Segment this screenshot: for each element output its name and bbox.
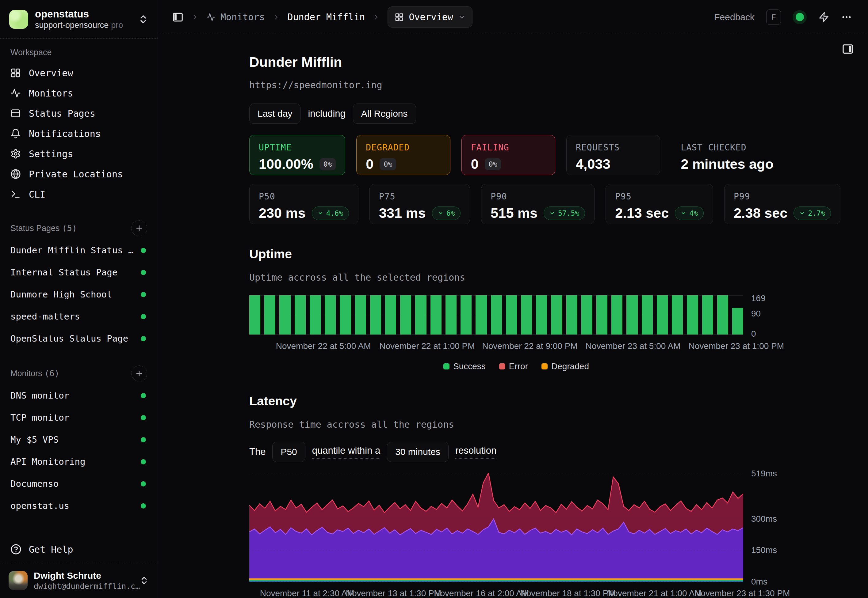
system-status-indicator[interactable]	[793, 10, 807, 24]
y-tick: 150ms	[751, 546, 777, 555]
trend-value: 2.7%	[808, 209, 825, 217]
uptime-chart: 169 90 0 November 22 at 5:00 AM November…	[249, 295, 743, 352]
status-page-item[interactable]: Internal Status Page	[9, 261, 148, 283]
percentile-label: P90	[490, 191, 585, 202]
sidebar-item-status-pages[interactable]: Status Pages	[9, 103, 148, 124]
zap-icon[interactable]	[819, 12, 829, 23]
monitor-label: Documenso	[10, 478, 58, 489]
chevron-down-icon	[549, 211, 555, 216]
status-page-item[interactable]: OpenStatus Status Page	[9, 327, 148, 350]
org-meta: openstatus support-opensourcepro	[35, 8, 131, 30]
chevron-down-icon	[318, 211, 323, 216]
stats-row: UPTIME 100.00%0% DEGRADED 00% FAILING 00…	[249, 135, 783, 175]
status-dot	[141, 393, 146, 398]
breadcrumb-monitors[interactable]: Monitors	[206, 12, 265, 22]
trend-value: 6%	[447, 209, 455, 217]
latency-y-axis: 519ms 300ms 150ms 0ms	[751, 473, 794, 598]
add-status-page-button[interactable]	[131, 220, 147, 236]
feedback-button[interactable]: Feedback	[714, 12, 754, 22]
monitor-item[interactable]: openstat.us	[9, 495, 148, 517]
status-dot	[141, 336, 146, 341]
trend-value: 4%	[689, 209, 698, 217]
stat-value: 2 minutes ago	[681, 156, 774, 172]
percentile-label: P95	[615, 191, 704, 202]
quantile-word[interactable]: quantile within a	[312, 445, 380, 459]
view-selector-label: Overview	[409, 12, 453, 22]
page-title: Dunder Mifflin	[249, 54, 783, 70]
org-name: openstatus	[35, 8, 131, 20]
legend-item-success[interactable]: Success	[443, 362, 486, 371]
percentile-label: P99	[734, 191, 831, 202]
quantile-selector-button[interactable]: P50	[272, 442, 305, 462]
stat-label: DEGRADED	[366, 142, 441, 152]
chevron-down-icon	[458, 13, 465, 21]
monitor-item[interactable]: Documenso	[9, 473, 148, 495]
regions-filter-button[interactable]: All Regions	[353, 103, 416, 124]
status-page-item[interactable]: speed-matters	[9, 305, 148, 327]
p90-card: P90 515 ms57.5%	[481, 184, 595, 224]
user-menu[interactable]: Dwight Schrute dwight@dundermifflin.c…	[0, 563, 157, 598]
sidebar-item-notifications[interactable]: Notifications	[9, 124, 148, 144]
resolution-word[interactable]: resolution	[455, 445, 496, 459]
stat-badge: 0%	[319, 158, 336, 170]
panel-left-icon[interactable]	[172, 11, 184, 23]
uptime-bars[interactable]	[249, 295, 743, 335]
sidebar-item-overview[interactable]: Overview	[9, 63, 148, 83]
percentile-value: 515 ms	[490, 205, 537, 221]
chevrons-up-down-icon	[138, 14, 148, 24]
percentile-label: P50	[259, 191, 349, 202]
stat-label: REQUESTS	[576, 142, 651, 152]
sidebar-item-settings[interactable]: Settings	[9, 144, 148, 164]
sidebar-bottom: Get Help Dwight Schrute dwight@dundermif…	[0, 536, 157, 598]
activity-icon	[10, 88, 21, 98]
monitors-title: Monitors (6)	[10, 369, 60, 378]
sidebar-item-monitors[interactable]: Monitors	[9, 83, 148, 103]
terminal-icon	[10, 189, 21, 199]
workspace-label: Workspace	[10, 48, 148, 57]
resolution-selector-button[interactable]: 30 minutes	[387, 442, 448, 462]
monitor-item[interactable]: DNS monitor	[9, 384, 148, 407]
get-help-button[interactable]: Get Help	[0, 536, 157, 563]
org-plan-badge: pro	[111, 21, 123, 30]
monitor-label: API Monitoring	[10, 456, 85, 467]
x-tick: November 22 at 5:00 AM	[276, 341, 371, 351]
view-selector-button[interactable]: Overview	[388, 6, 472, 28]
monitor-item[interactable]: API Monitoring	[9, 451, 148, 473]
legend-item-error[interactable]: Error	[499, 362, 528, 371]
org-switcher[interactable]: openstatus support-opensourcepro	[0, 0, 157, 39]
monitor-item[interactable]: My $5 VPS	[9, 429, 148, 451]
sidebar-item-label: Status Pages	[29, 108, 95, 119]
chevron-right-icon	[272, 13, 280, 21]
breadcrumb-page[interactable]: Dunder Mifflin	[288, 12, 365, 22]
trend-badge: 4%	[675, 206, 704, 220]
status-dot	[141, 292, 146, 297]
monitor-url: https://speedmonitor.ing	[249, 80, 783, 91]
x-tick: November 18 at 1:30 PM	[520, 589, 615, 598]
status-page-item[interactable]: Dunmore High School	[9, 283, 148, 305]
add-monitor-button[interactable]	[131, 365, 147, 381]
x-tick: November 13 at 1:30 PM	[346, 589, 441, 598]
stat-value: 100.00%	[259, 156, 313, 172]
percentiles-row: P50 230 ms4.6% P75 331 ms6% P90 515 ms57…	[249, 184, 783, 224]
y-tick: 0	[751, 330, 756, 338]
x-tick: November 23 at 5:00 AM	[586, 341, 681, 351]
latency-plot[interactable]	[249, 473, 743, 582]
monitors-count: (6)	[45, 369, 60, 378]
legend-item-degraded[interactable]: Degraded	[541, 362, 589, 371]
sidebar-item-cli[interactable]: CLI	[9, 184, 148, 204]
more-options-button[interactable]	[841, 12, 852, 23]
latency-section-subtitle: Response time accross all the regions	[249, 419, 783, 430]
monitor-item[interactable]: TCP monitor	[9, 407, 148, 429]
stat-label: UPTIME	[259, 142, 336, 152]
latency-area-svg	[249, 473, 743, 582]
filters-joiner: including	[308, 108, 345, 119]
panel-top-icon	[10, 108, 21, 118]
org-logo	[9, 10, 28, 29]
status-page-item[interactable]: Dunder Mifflin Status …	[9, 239, 148, 261]
status-dot	[141, 270, 146, 275]
filters-row: Last day including All Regions	[249, 103, 783, 124]
get-help-label: Get Help	[29, 544, 73, 555]
panel-right-toggle[interactable]	[842, 43, 854, 55]
period-filter-button[interactable]: Last day	[249, 103, 300, 124]
sidebar-item-private-locations[interactable]: Private Locations	[9, 164, 148, 184]
